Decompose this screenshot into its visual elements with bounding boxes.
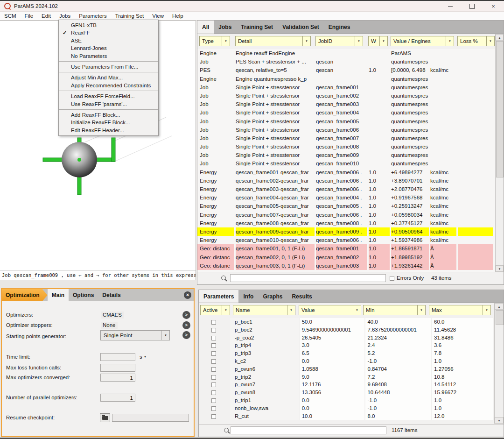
cell-name[interactable]: -p_coa2 — [230, 334, 299, 342]
cell-name[interactable]: R_cut — [230, 412, 299, 420]
filter-active[interactable]: Active▼ — [200, 305, 230, 315]
cell-name[interactable]: p_trip4 — [230, 341, 299, 349]
tab-validation-set[interactable]: Validation Set — [278, 21, 324, 34]
table-row[interactable]: JobSingle Point + stresstensorqescan_fra… — [197, 126, 495, 134]
checkbox[interactable] — [211, 351, 216, 356]
menu-item-no-parameters[interactable]: No Parameters — [59, 52, 158, 60]
checkbox[interactable] — [211, 382, 216, 387]
table-row[interactable]: Geo: distancqescan_frame002, 0, 1 (F-Li)… — [197, 253, 495, 262]
menu-parameters[interactable]: Parameters — [75, 12, 111, 20]
browse-folder-button[interactable] — [100, 413, 110, 422]
cell-max[interactable]: 14.54112 — [432, 381, 493, 389]
errors-only-checkbox[interactable] — [390, 276, 394, 281]
table-row[interactable]: JobSingle Point + stresstensorqescan_fra… — [197, 108, 495, 117]
cell-value[interactable]: 10.0 — [300, 412, 365, 420]
filter-value[interactable]: Value▼ — [299, 305, 361, 315]
checkbox[interactable] — [211, 320, 216, 325]
optimizers-value[interactable]: CMAES — [101, 312, 124, 319]
cell-name[interactable]: p_boc2 — [230, 326, 299, 334]
stoppers-value[interactable]: None — [101, 322, 118, 329]
parameters-scrollbar[interactable]: ▲ ▼ — [494, 303, 504, 424]
table-row[interactable]: p_boc29.5469000000000017.637520000000001… — [199, 326, 494, 334]
table-row[interactable]: JobSingle Point + stresstensorqescan_fra… — [197, 83, 495, 92]
table-row[interactable]: p_trip36.55.27.8 — [199, 349, 494, 357]
tab-engines[interactable]: Engines — [324, 21, 355, 34]
menu-item-reaxff[interactable]: ✓ReaxFF — [59, 29, 158, 36]
time-limit-unit[interactable]: s ▼ — [140, 354, 147, 360]
filter-loss[interactable]: Loss %▼ — [457, 36, 495, 46]
maximize-button[interactable] — [461, 1, 483, 11]
filter-name[interactable]: Name▼ — [233, 305, 295, 315]
cell-max[interactable]: 15.96672 — [432, 389, 493, 397]
table-row[interactable]: Energyqescan_frame002-qescan_frarqescan_… — [197, 177, 495, 185]
cell-name[interactable]: p_trip3 — [230, 349, 299, 357]
checkbox[interactable] — [211, 336, 216, 340]
table-row[interactable]: JobSingle Point + stresstensorqescan_fra… — [197, 100, 495, 108]
parallel-input[interactable] — [100, 394, 135, 402]
tab-training-set[interactable]: Training Set — [236, 21, 278, 34]
cell-value[interactable]: 13.3056 — [300, 389, 365, 397]
cell-max[interactable]: 12.0 — [432, 412, 493, 420]
table-row[interactable]: p_ovun712.11769.6940814.54112 — [199, 381, 494, 389]
cell-max[interactable]: 10.8 — [432, 373, 493, 381]
table-row[interactable]: p_ovun813.305610.6444815.96672 — [199, 389, 494, 397]
training-scrollbar[interactable]: ▲ ▼ — [495, 34, 504, 272]
table-row[interactable]: Energyqescan_frame003-qescan_frarqescan_… — [197, 185, 495, 193]
cell-max[interactable]: 60.0 — [432, 318, 493, 326]
scrollbar-thumb[interactable] — [496, 310, 504, 325]
tab-jobs[interactable]: Jobs — [214, 21, 236, 34]
cell-min[interactable]: 0.84704 — [365, 365, 431, 373]
stoppers-detail-button[interactable]: > — [182, 321, 190, 329]
tab-main[interactable]: Main — [48, 289, 69, 301]
table-row[interactable]: Energyqescan_frame010-qescan_frarqescan_… — [197, 236, 495, 244]
menu-item-load-reaxff-forcefield[interactable]: Load ReaxFF ForceField... — [59, 92, 158, 100]
cell-value[interactable]: 9.546900000000001 — [300, 326, 365, 334]
checkbox[interactable] — [211, 328, 216, 333]
cell-value[interactable]: 50.0 — [300, 318, 365, 326]
table-row[interactable]: EngineEngine quantumespresso k_pquantume… — [197, 75, 495, 83]
cell-value[interactable]: 0.0 — [300, 397, 365, 404]
menu-help[interactable]: Help — [168, 12, 188, 20]
panel-close-button[interactable]: × — [184, 291, 191, 299]
scroll-down-icon[interactable]: ▼ — [495, 417, 504, 424]
menu-item-gfn1-xtb[interactable]: GFN1-xTB — [59, 21, 158, 29]
menu-item-ase[interactable]: ASE — [59, 37, 158, 44]
menu-training-set[interactable]: Training Set — [111, 12, 148, 20]
cell-max[interactable]: 31.8486 — [432, 334, 493, 342]
time-limit-input[interactable] — [100, 353, 135, 361]
table-row[interactable]: EngineEngine reaxff EndEngineParAMS — [197, 49, 495, 57]
cell-min[interactable]: 7.2 — [365, 373, 431, 381]
table-row[interactable]: -p_coa226.540521.232431.8486 — [199, 334, 494, 342]
filter-type[interactable]: Type▼ — [199, 36, 230, 46]
menu-item-add-reaxff-block[interactable]: Add ReaxFF Block... — [59, 111, 158, 119]
optimizers-detail-button[interactable]: > — [182, 311, 190, 319]
table-row[interactable]: Energyqescan_frame007-qescan_frarqescan_… — [197, 211, 495, 219]
spg-detail-button[interactable]: > — [182, 331, 190, 339]
cell-value[interactable]: 3.0 — [300, 341, 365, 349]
cell-value[interactable]: 1.0588 — [300, 365, 365, 373]
table-row[interactable]: Geo: distancqescan_frame001, 0, 1 (F-Li)… — [197, 244, 495, 253]
cell-name[interactable]: k_c2 — [230, 357, 299, 365]
table-row[interactable]: p_trip10.0-1.01.0 — [199, 397, 494, 404]
close-button[interactable]: × — [483, 1, 504, 11]
filter-value-engines[interactable]: Value / Engines▼ — [391, 36, 454, 46]
optimization-title-tab[interactable]: Optimization — [2, 289, 48, 301]
checkbox[interactable] — [211, 398, 216, 403]
cell-name[interactable]: p_ovun7 — [230, 381, 299, 389]
cell-min[interactable]: 21.2324 — [365, 334, 431, 342]
table-row[interactable]: p_boc150.040.060.0 — [199, 318, 494, 326]
menu-item-use-reaxff-params[interactable]: Use ReaxFF 'params'... — [59, 100, 158, 108]
tab-info[interactable]: Info — [238, 290, 258, 303]
menu-item-lennard-jones[interactable]: Lennard-Jones — [59, 44, 158, 52]
tab-graphs[interactable]: Graphs — [258, 290, 287, 303]
cell-min[interactable]: -1.0 — [365, 357, 431, 365]
menu-scm[interactable]: SCM — [0, 12, 21, 20]
scroll-up-icon[interactable]: ▲ — [495, 303, 504, 310]
menu-item-apply-recommended-constraints[interactable]: Apply Recommended Constraints — [59, 82, 158, 89]
cell-max[interactable]: 3.6 — [432, 341, 493, 349]
table-row[interactable]: JobSingle Point + stresstensorqescan_fra… — [197, 159, 495, 168]
cell-max[interactable]: 1.0 — [432, 397, 493, 404]
menu-edit[interactable]: Edit — [37, 12, 55, 20]
training-search-input[interactable] — [230, 274, 386, 282]
tab-options[interactable]: Options — [69, 289, 98, 301]
